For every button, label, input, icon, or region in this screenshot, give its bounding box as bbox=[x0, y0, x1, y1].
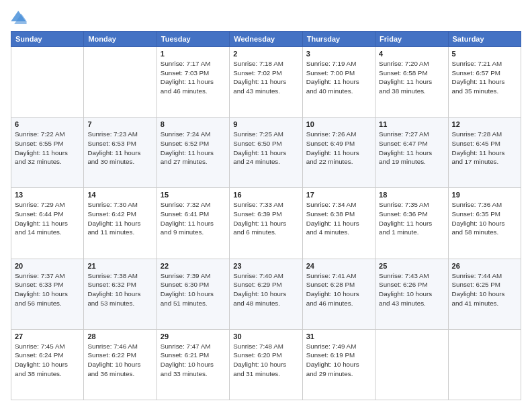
day-info: Sunrise: 7:33 AM Sunset: 6:39 PM Dayligh… bbox=[233, 200, 298, 237]
day-info: Sunrise: 7:29 AM Sunset: 6:44 PM Dayligh… bbox=[15, 200, 80, 237]
calendar-cell: 25Sunrise: 7:43 AM Sunset: 6:26 PM Dayli… bbox=[375, 259, 448, 329]
day-number: 6 bbox=[15, 120, 80, 128]
day-info: Sunrise: 7:35 AM Sunset: 6:36 PM Dayligh… bbox=[379, 200, 444, 237]
calendar-cell: 1Sunrise: 7:17 AM Sunset: 7:03 PM Daylig… bbox=[157, 47, 229, 118]
calendar-cell: 13Sunrise: 7:29 AM Sunset: 6:44 PM Dayli… bbox=[11, 188, 84, 259]
day-number: 23 bbox=[233, 262, 298, 270]
col-friday: Friday bbox=[375, 32, 448, 47]
calendar-cell bbox=[84, 47, 157, 118]
day-info: Sunrise: 7:43 AM Sunset: 6:26 PM Dayligh… bbox=[379, 271, 444, 308]
calendar-cell: 24Sunrise: 7:41 AM Sunset: 6:28 PM Dayli… bbox=[302, 259, 375, 329]
col-monday: Monday bbox=[84, 32, 157, 47]
day-number: 27 bbox=[15, 332, 80, 340]
day-info: Sunrise: 7:38 AM Sunset: 6:32 PM Dayligh… bbox=[87, 271, 152, 308]
day-info: Sunrise: 7:39 AM Sunset: 6:30 PM Dayligh… bbox=[161, 271, 226, 308]
header bbox=[11, 11, 521, 24]
day-info: Sunrise: 7:32 AM Sunset: 6:41 PM Dayligh… bbox=[161, 200, 226, 237]
calendar-cell: 8Sunrise: 7:24 AM Sunset: 6:52 PM Daylig… bbox=[157, 118, 229, 188]
day-info: Sunrise: 7:47 AM Sunset: 6:21 PM Dayligh… bbox=[161, 342, 226, 379]
header-row: Sunday Monday Tuesday Wednesday Thursday… bbox=[11, 32, 521, 47]
day-number: 30 bbox=[233, 332, 298, 340]
calendar-cell: 17Sunrise: 7:34 AM Sunset: 6:38 PM Dayli… bbox=[302, 188, 375, 259]
calendar-cell: 12Sunrise: 7:28 AM Sunset: 6:45 PM Dayli… bbox=[448, 118, 521, 188]
day-number: 16 bbox=[233, 191, 298, 199]
calendar-cell: 23Sunrise: 7:40 AM Sunset: 6:29 PM Dayli… bbox=[230, 259, 302, 329]
calendar-week-4: 27Sunrise: 7:45 AM Sunset: 6:24 PM Dayli… bbox=[11, 329, 521, 400]
page: Sunday Monday Tuesday Wednesday Thursday… bbox=[0, 0, 532, 411]
calendar-cell: 30Sunrise: 7:48 AM Sunset: 6:20 PM Dayli… bbox=[230, 329, 302, 400]
day-info: Sunrise: 7:34 AM Sunset: 6:38 PM Dayligh… bbox=[306, 200, 371, 237]
calendar-cell: 16Sunrise: 7:33 AM Sunset: 6:39 PM Dayli… bbox=[230, 188, 302, 259]
calendar-cell: 7Sunrise: 7:23 AM Sunset: 6:53 PM Daylig… bbox=[84, 118, 157, 188]
col-thursday: Thursday bbox=[302, 32, 375, 47]
day-number: 17 bbox=[306, 191, 371, 199]
day-info: Sunrise: 7:28 AM Sunset: 6:45 PM Dayligh… bbox=[452, 130, 517, 167]
calendar-cell: 6Sunrise: 7:22 AM Sunset: 6:55 PM Daylig… bbox=[11, 118, 84, 188]
day-number: 22 bbox=[161, 262, 226, 270]
day-info: Sunrise: 7:22 AM Sunset: 6:55 PM Dayligh… bbox=[15, 130, 80, 167]
calendar-cell: 19Sunrise: 7:36 AM Sunset: 6:35 PM Dayli… bbox=[448, 188, 521, 259]
col-saturday: Saturday bbox=[448, 32, 521, 47]
calendar-cell: 3Sunrise: 7:19 AM Sunset: 7:00 PM Daylig… bbox=[302, 47, 375, 118]
day-info: Sunrise: 7:20 AM Sunset: 6:58 PM Dayligh… bbox=[379, 59, 444, 96]
day-info: Sunrise: 7:24 AM Sunset: 6:52 PM Dayligh… bbox=[161, 130, 226, 167]
day-number: 25 bbox=[379, 262, 444, 270]
day-info: Sunrise: 7:40 AM Sunset: 6:29 PM Dayligh… bbox=[233, 271, 298, 308]
calendar-cell: 29Sunrise: 7:47 AM Sunset: 6:21 PM Dayli… bbox=[157, 329, 229, 400]
day-number: 26 bbox=[452, 262, 517, 270]
day-number: 8 bbox=[161, 120, 226, 128]
calendar-cell: 11Sunrise: 7:27 AM Sunset: 6:47 PM Dayli… bbox=[375, 118, 448, 188]
calendar-cell: 9Sunrise: 7:25 AM Sunset: 6:50 PM Daylig… bbox=[230, 118, 302, 188]
day-info: Sunrise: 7:37 AM Sunset: 6:33 PM Dayligh… bbox=[15, 271, 80, 308]
calendar-week-0: 1Sunrise: 7:17 AM Sunset: 7:03 PM Daylig… bbox=[11, 47, 521, 118]
calendar-cell: 28Sunrise: 7:46 AM Sunset: 6:22 PM Dayli… bbox=[84, 329, 157, 400]
day-number: 9 bbox=[233, 120, 298, 128]
day-number: 2 bbox=[233, 50, 298, 58]
day-info: Sunrise: 7:36 AM Sunset: 6:35 PM Dayligh… bbox=[452, 200, 517, 237]
calendar: Sunday Monday Tuesday Wednesday Thursday… bbox=[11, 31, 521, 400]
day-number: 4 bbox=[379, 50, 444, 58]
day-info: Sunrise: 7:18 AM Sunset: 7:02 PM Dayligh… bbox=[233, 59, 298, 96]
day-number: 15 bbox=[161, 191, 226, 199]
day-info: Sunrise: 7:26 AM Sunset: 6:49 PM Dayligh… bbox=[306, 130, 371, 167]
day-number: 20 bbox=[15, 262, 80, 270]
logo-icon bbox=[11, 11, 27, 24]
col-sunday: Sunday bbox=[11, 32, 84, 47]
calendar-cell: 4Sunrise: 7:20 AM Sunset: 6:58 PM Daylig… bbox=[375, 47, 448, 118]
day-info: Sunrise: 7:25 AM Sunset: 6:50 PM Dayligh… bbox=[233, 130, 298, 167]
day-number: 14 bbox=[87, 191, 152, 199]
day-info: Sunrise: 7:27 AM Sunset: 6:47 PM Dayligh… bbox=[379, 130, 444, 167]
calendar-cell: 14Sunrise: 7:30 AM Sunset: 6:42 PM Dayli… bbox=[84, 188, 157, 259]
calendar-cell: 21Sunrise: 7:38 AM Sunset: 6:32 PM Dayli… bbox=[84, 259, 157, 329]
day-number: 13 bbox=[15, 191, 80, 199]
calendar-week-2: 13Sunrise: 7:29 AM Sunset: 6:44 PM Dayli… bbox=[11, 188, 521, 259]
calendar-cell: 22Sunrise: 7:39 AM Sunset: 6:30 PM Dayli… bbox=[157, 259, 229, 329]
calendar-cell bbox=[448, 329, 521, 400]
day-number: 24 bbox=[306, 262, 371, 270]
day-number: 1 bbox=[161, 50, 226, 58]
day-number: 19 bbox=[452, 191, 517, 199]
day-number: 7 bbox=[87, 120, 152, 128]
day-number: 11 bbox=[379, 120, 444, 128]
day-number: 29 bbox=[161, 332, 226, 340]
calendar-cell: 18Sunrise: 7:35 AM Sunset: 6:36 PM Dayli… bbox=[375, 188, 448, 259]
calendar-cell bbox=[11, 47, 84, 118]
day-number: 21 bbox=[87, 262, 152, 270]
calendar-cell: 15Sunrise: 7:32 AM Sunset: 6:41 PM Dayli… bbox=[157, 188, 229, 259]
day-number: 18 bbox=[379, 191, 444, 199]
day-number: 31 bbox=[306, 332, 371, 340]
day-info: Sunrise: 7:48 AM Sunset: 6:20 PM Dayligh… bbox=[233, 342, 298, 379]
day-info: Sunrise: 7:45 AM Sunset: 6:24 PM Dayligh… bbox=[15, 342, 80, 379]
calendar-week-1: 6Sunrise: 7:22 AM Sunset: 6:55 PM Daylig… bbox=[11, 118, 521, 188]
calendar-cell: 26Sunrise: 7:44 AM Sunset: 6:25 PM Dayli… bbox=[448, 259, 521, 329]
day-info: Sunrise: 7:41 AM Sunset: 6:28 PM Dayligh… bbox=[306, 271, 371, 308]
day-number: 28 bbox=[87, 332, 152, 340]
calendar-week-3: 20Sunrise: 7:37 AM Sunset: 6:33 PM Dayli… bbox=[11, 259, 521, 329]
day-info: Sunrise: 7:44 AM Sunset: 6:25 PM Dayligh… bbox=[452, 271, 517, 308]
day-number: 5 bbox=[452, 50, 517, 58]
day-number: 3 bbox=[306, 50, 371, 58]
day-info: Sunrise: 7:17 AM Sunset: 7:03 PM Dayligh… bbox=[161, 59, 226, 96]
logo bbox=[11, 11, 30, 24]
day-info: Sunrise: 7:21 AM Sunset: 6:57 PM Dayligh… bbox=[452, 59, 517, 96]
day-info: Sunrise: 7:23 AM Sunset: 6:53 PM Dayligh… bbox=[87, 130, 152, 167]
